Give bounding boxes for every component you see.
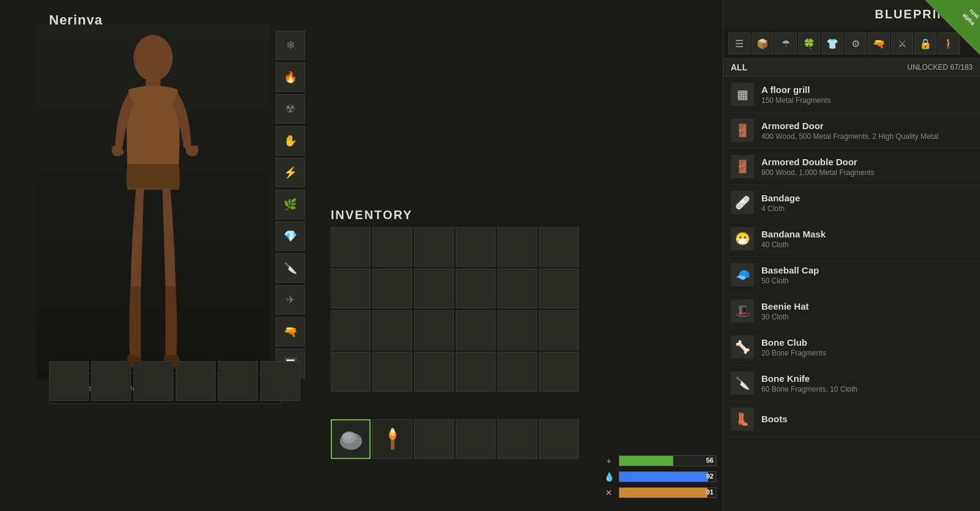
blueprint-name-6: Beenie Hat <box>761 301 973 311</box>
blueprint-info-9: Boots <box>761 414 973 425</box>
equip-slot-8[interactable]: ✈ <box>276 285 305 315</box>
blueprint-info-0: A floor grill150 Metal Fragments <box>761 84 973 105</box>
hotbar-slot-1[interactable] <box>372 419 412 459</box>
blueprint-item-1[interactable]: 🚪Armored Door400 Wood, 500 Metal Fragmen… <box>723 113 980 149</box>
hotbar-slot-3[interactable] <box>456 419 496 459</box>
hotbar-slot-4[interactable] <box>497 419 537 459</box>
category-icon-container[interactable]: 📦 <box>752 32 774 54</box>
blueprint-info-3: Bandage4 Cloth <box>761 193 973 213</box>
equip-slot-2[interactable]: ☢ <box>276 94 305 124</box>
category-icon-leaf[interactable]: 🍀 <box>798 32 820 54</box>
blueprint-item-9[interactable]: 👢Boots <box>723 401 980 438</box>
blueprint-info-4: Bandana Mask40 Cloth <box>761 229 973 249</box>
blueprint-cost-6: 30 Cloth <box>761 313 973 321</box>
inv-slot-16[interactable] <box>497 310 537 350</box>
blueprint-cost-1: 400 Wood, 500 Metal Fragments, 2 High Qu… <box>761 132 973 141</box>
unlocked-count: UNLOCKED 67/183 <box>907 63 973 72</box>
inv-slot-12[interactable] <box>331 310 371 350</box>
equip-slot-1[interactable]: 🔥 <box>276 62 305 92</box>
blueprint-name-9: Boots <box>761 414 973 424</box>
inventory-label: INVENTORY <box>331 208 594 222</box>
equip-slot-4[interactable]: ⚡ <box>276 158 305 187</box>
blueprint-icon-6: 🎩 <box>731 299 754 323</box>
category-icon-all[interactable]: ☰ <box>728 32 750 54</box>
belt-slot-3[interactable] <box>134 361 173 401</box>
inv-slot-18[interactable] <box>331 352 371 392</box>
filter-all-label[interactable]: ALL <box>731 62 747 72</box>
category-icon-umbrella[interactable]: ☂ <box>775 32 797 54</box>
belt-slots <box>49 361 300 401</box>
belt-slot-2[interactable] <box>91 361 131 401</box>
blueprint-icon-5: 🧢 <box>731 263 754 286</box>
blueprint-item-2[interactable]: 🚪Armored Double Door800 Wood, 1,000 Meta… <box>723 149 980 185</box>
svg-point-4 <box>343 433 353 440</box>
blueprint-info-8: Bone Knife60 Bone Fragments, 10 Cloth <box>761 373 973 394</box>
inv-slot-15[interactable] <box>456 310 496 350</box>
belt-slot-1[interactable] <box>49 361 89 401</box>
inv-slot-14[interactable] <box>414 310 454 350</box>
belt-slot-6[interactable] <box>260 361 300 401</box>
blueprint-name-7: Bone Club <box>761 337 973 348</box>
inv-slot-11[interactable] <box>539 269 579 308</box>
belt-slot-5[interactable] <box>218 361 258 401</box>
inv-slot-3[interactable] <box>456 227 496 267</box>
inv-slot-23[interactable] <box>539 352 579 392</box>
blueprint-cost-8: 60 Bone Fragments, 10 Cloth <box>761 385 973 394</box>
blueprint-item-3[interactable]: 🩹Bandage4 Cloth <box>723 185 980 221</box>
blueprint-name-8: Bone Knife <box>761 373 973 384</box>
inv-slot-10[interactable] <box>497 269 537 308</box>
hydration-icon: 💧 <box>603 471 615 483</box>
blueprint-item-6[interactable]: 🎩Beenie Hat30 Cloth <box>723 293 980 329</box>
hotbar-slot-2[interactable] <box>414 419 454 459</box>
inv-slot-19[interactable] <box>372 352 412 392</box>
inv-slot-5[interactable] <box>539 227 579 267</box>
inv-slot-1[interactable] <box>372 227 412 267</box>
blueprint-cost-3: 4 Cloth <box>761 204 973 213</box>
inv-slot-7[interactable] <box>372 269 412 308</box>
inv-slot-22[interactable] <box>497 352 537 392</box>
blueprint-icon-1: 🚪 <box>731 119 754 142</box>
food-bar-fill <box>619 488 707 498</box>
blueprint-item-7[interactable]: 🦴Bone Club20 Bone Fragments <box>723 329 980 365</box>
health-value: 56 <box>706 457 714 464</box>
category-icon-shirt[interactable]: 👕 <box>821 32 843 54</box>
inv-slot-6[interactable] <box>331 269 371 308</box>
inv-slot-9[interactable] <box>456 269 496 308</box>
blueprint-cost-4: 40 Cloth <box>761 241 973 249</box>
inv-slot-0[interactable] <box>331 227 371 267</box>
blueprint-icon-8: 🔪 <box>731 371 754 395</box>
category-icon-pistol[interactable]: 🔫 <box>868 32 890 54</box>
equip-slot-5[interactable]: 🌿 <box>276 190 305 219</box>
rust-banner: rust alpha <box>925 0 980 55</box>
svg-point-8 <box>391 428 394 433</box>
equipment-slots: ❄🔥☢✋⚡🌿💎🔪✈🔫🔲 <box>276 31 305 378</box>
inv-slot-4[interactable] <box>497 227 537 267</box>
blueprint-item-4[interactable]: 😷Bandana Mask40 Cloth <box>723 221 980 257</box>
equip-slot-6[interactable]: 💎 <box>276 222 305 251</box>
inv-slot-13[interactable] <box>372 310 412 350</box>
character-model <box>37 24 270 379</box>
food-row: ✕ 91 <box>603 487 717 499</box>
hotbar <box>331 419 579 459</box>
inv-slot-21[interactable] <box>456 352 496 392</box>
equip-slot-7[interactable]: 🔪 <box>276 253 305 283</box>
inv-slot-2[interactable] <box>414 227 454 267</box>
blueprint-list[interactable]: ▦A floor grill150 Metal Fragments🚪Armore… <box>723 76 980 490</box>
blueprint-info-7: Bone Club20 Bone Fragments <box>761 337 973 357</box>
category-icon-tools[interactable]: ⚙ <box>845 32 867 54</box>
inv-slot-17[interactable] <box>539 310 579 350</box>
blueprint-item-8[interactable]: 🔪Bone Knife60 Bone Fragments, 10 Cloth <box>723 365 980 401</box>
blueprint-item-5[interactable]: 🧢Baseball Cap50 Cloth <box>723 257 980 293</box>
blueprint-icon-2: 🚪 <box>731 155 754 178</box>
category-icon-sword[interactable]: ⚔ <box>891 32 913 54</box>
hotbar-slot-0[interactable] <box>331 419 371 459</box>
belt-slot-4[interactable] <box>176 361 216 401</box>
hotbar-slot-5[interactable] <box>539 419 579 459</box>
equip-slot-3[interactable]: ✋ <box>276 126 305 155</box>
equip-slot-0[interactable]: ❄ <box>276 31 305 60</box>
equip-slot-9[interactable]: 🔫 <box>276 317 305 346</box>
blueprint-item-0[interactable]: ▦A floor grill150 Metal Fragments <box>723 76 980 113</box>
inv-slot-8[interactable] <box>414 269 454 308</box>
inv-slot-20[interactable] <box>414 352 454 392</box>
blueprint-name-4: Bandana Mask <box>761 229 973 239</box>
